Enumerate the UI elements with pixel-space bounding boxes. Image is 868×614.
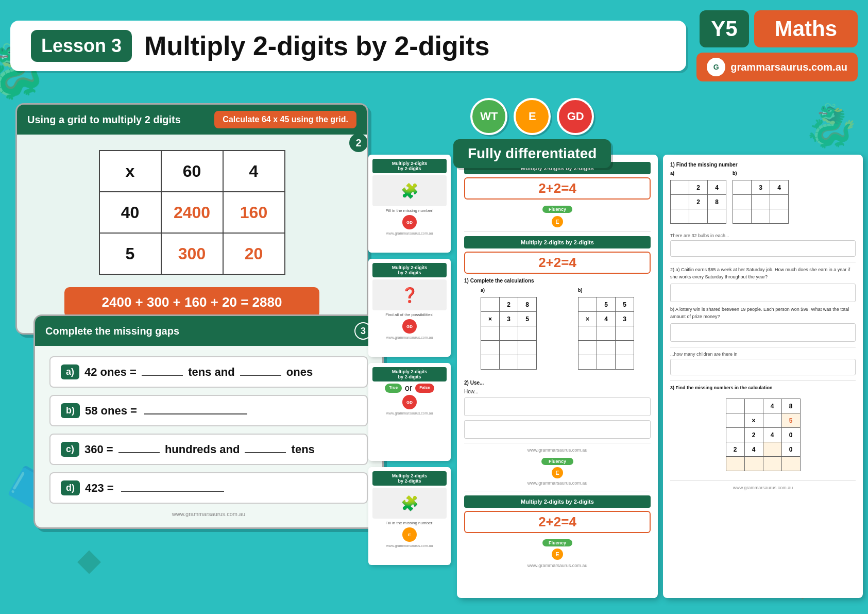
gap-row-c: c) 360 = hundreds and tens	[49, 434, 368, 465]
grid-cell-x: x	[99, 151, 161, 192]
gap-label-d: d)	[61, 480, 80, 495]
gap-row-d: d) 423 =	[49, 472, 368, 504]
gb-c2r4	[597, 341, 616, 355]
ws2-ga-label: a)	[670, 171, 726, 176]
header-right: Y5 Maths G grammarsaurus.com.au	[696, 10, 858, 81]
gb-c2r3	[597, 326, 616, 341]
ws-large1-section3: Multiply 2-digits by 2-digits	[464, 495, 651, 508]
ws-mini-url-2: www.grammarsaurus.com.au	[372, 336, 447, 339]
ws-mini-badge-2: GD	[372, 319, 447, 334]
ws2-gb-r1c3: 4	[770, 180, 789, 195]
slide1-number: 2	[349, 134, 368, 152]
ws2-there-are: There are 32 bulbs in each...	[670, 233, 856, 238]
ws2-calc-r4c2: 4	[744, 442, 763, 457]
ws2-ga-r1c2: 2	[689, 180, 708, 195]
ga-c1r5	[481, 355, 500, 370]
diff-icon-e: E	[514, 98, 551, 135]
ws-large1-e: E	[464, 216, 651, 227]
gb-c3r4	[616, 341, 634, 355]
e-badge-large1: E	[552, 216, 563, 227]
ws2-calc-r1c3: 4	[763, 399, 781, 413]
ws2-ga-r3c1	[671, 209, 689, 224]
ws-mini-img-2: ❓	[372, 279, 447, 310]
gd-badge-1: GD	[402, 215, 417, 229]
ws2-q2b-text: b) A lottery win is shared between 19 pe…	[670, 306, 856, 320]
ws-grid-a-label: a)	[481, 288, 537, 293]
ws2-calc-r1c4: 8	[781, 399, 800, 413]
ws-large1-e2: E	[464, 467, 651, 478]
gap-label-c: c)	[61, 442, 79, 457]
slide-grid: Using a grid to multiply 2 digits Calcul…	[15, 103, 368, 335]
ws2-ga-r3c3	[708, 209, 726, 224]
ws-large-grid-b: 5 5 × 4 3	[578, 297, 634, 370]
gb-c3r5	[616, 355, 634, 370]
ws2-calc-r1c1	[726, 399, 744, 413]
ws-mini-title-1: Multiply 2-digitsby 2-digits	[372, 159, 447, 173]
ws-mini-card-2: Multiply 2-digitsby 2-digits ❓ Find all …	[368, 259, 451, 357]
ws-mini-card-4: Multiply 2-digitsby 2-digits 🧩 Fill in t…	[368, 467, 451, 565]
gap-row-a: a) 42 ones = tens and ones	[49, 356, 368, 388]
ws2-ga-r2c2: 2	[689, 195, 708, 209]
e-badge-large1-2: E	[552, 467, 563, 478]
puzzle-icon: 🧩	[401, 182, 419, 200]
ws2-calc-r1c2	[744, 399, 763, 413]
gb-c3r2: 3	[616, 312, 634, 326]
ws-large1-e3: E	[464, 549, 651, 560]
ws2-calc-r2c4: 5	[781, 413, 800, 428]
ga-c3r1: 8	[518, 297, 537, 312]
fluency-badge-3: Fluency	[542, 539, 572, 546]
gb-c2r2: 4	[597, 312, 616, 326]
ga-c1r1	[481, 297, 500, 312]
ws-mini-card-3: Multiply 2-digitsby 2-digits True or Fal…	[368, 363, 451, 461]
lesson-badge: Lesson 3	[31, 30, 132, 62]
ga-c1r2: ×	[481, 312, 500, 326]
slide2-header: Complete the missing gaps 3	[35, 316, 382, 346]
gb-c2r5	[597, 355, 616, 370]
year-badge: Y5	[700, 10, 748, 47]
gap-label-a: a)	[61, 364, 79, 379]
ga-c2r2: 3	[500, 312, 518, 326]
ws-mini-sublabel-1: Fill in the missing number!	[372, 208, 447, 213]
ws-large1-url3: www.grammarsaurus.com.au	[464, 563, 651, 568]
diff-badge-area: WT E GD Fully differentiated	[453, 98, 611, 168]
ws2-answer-3	[670, 359, 856, 375]
ws2-q3-calc: 4 8 × 5 2 4 0 2 4	[670, 394, 856, 475]
ga-c2r5	[500, 355, 518, 370]
ws-mini-img-1: 🧩	[372, 175, 447, 206]
ws2-gb-r2c3	[770, 195, 789, 209]
gb-c1r2: ×	[578, 312, 597, 326]
maths-badge: Maths	[754, 10, 858, 47]
grid-cell-4: 4	[223, 151, 285, 192]
ws2-calc-r3c4: 0	[781, 428, 800, 442]
ws2-calc-r4c3	[763, 442, 781, 457]
ws2-gb-r1c1	[733, 180, 752, 195]
ws2-calc-r3c1	[726, 428, 744, 442]
ws-large1-url: www.grammarsaurus.com.au	[464, 447, 651, 453]
ws2-calc-r3c3: 4	[763, 428, 781, 442]
slide1-header-text: Using a grid to multiply 2 digits	[27, 114, 181, 126]
grid-cell-60: 60	[161, 151, 223, 192]
e-badge: E	[402, 527, 417, 542]
ws-grid-b-label: b)	[578, 288, 634, 293]
or-label: or	[405, 384, 412, 393]
ga-c3r5	[518, 355, 537, 370]
ws2-gb-r1c2: 3	[752, 180, 770, 195]
ws-large1-fluency3: Fluency	[464, 537, 651, 546]
ws2-calc-r2c2: ×	[744, 413, 763, 428]
false-btn: False	[415, 384, 434, 393]
ws2-how-many: ...how many children are there in	[670, 352, 856, 357]
e-badge-large1-3: E	[552, 549, 563, 560]
ws2-ga-r2c3: 8	[708, 195, 726, 209]
slide1-content: x 60 4 40 2400 160 5 300 20 2400 + 300 +…	[17, 135, 367, 333]
gs-logo: G	[707, 58, 725, 76]
ws2-ga-r1c1	[671, 180, 689, 195]
ws2-calc-r3c2: 2	[744, 428, 763, 442]
ws2-large-calc-grid: 4 8 × 5 2 4 0 2 4	[726, 399, 801, 471]
ws-large1-url2: www.grammarsaurus.com.au	[464, 480, 651, 486]
grid-cell-20: 20	[223, 233, 285, 274]
grid-cell-2400: 2400	[161, 192, 223, 233]
gd-badge-2: GD	[402, 319, 417, 334]
grid-cell-300: 300	[161, 233, 223, 274]
ws-q-how: How...	[464, 389, 651, 394]
grammarsaurus-box: G grammarsaurus.com.au	[696, 53, 858, 81]
